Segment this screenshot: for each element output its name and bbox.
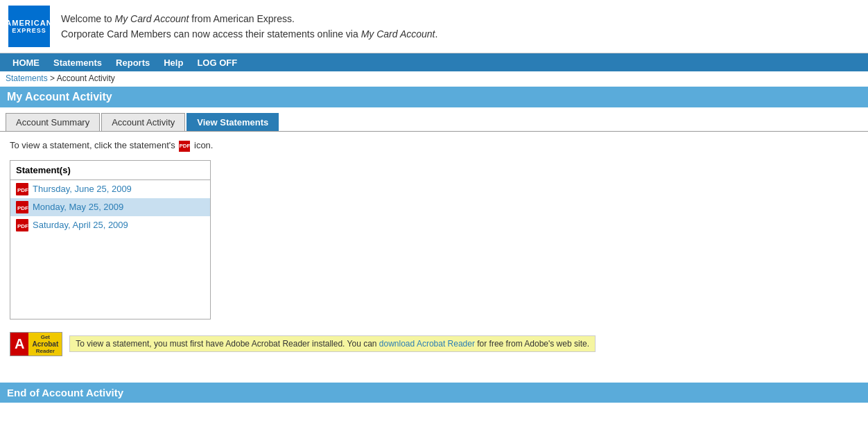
welcome-text: Welcome to My Card Account from American… (61, 13, 295, 24)
acrobat-footer: A Get Acrobat Reader To view a statement… (10, 328, 858, 360)
nav-home[interactable]: HOME (6, 55, 46, 71)
navbar: HOME Statements Reports Help LOG OFF (0, 53, 868, 71)
svg-text:PDF: PDF (17, 223, 28, 229)
statements-body: PDF Thursday, June 25, 2009 PDF Monday, … (10, 180, 210, 319)
statement-date: Saturday, April 25, 2009 (33, 220, 128, 230)
instruction-text: To view a statement, click the statement… (10, 140, 858, 152)
pdf-icon: PDF (16, 219, 28, 231)
adobe-a: A (10, 333, 28, 356)
pdf-icon: PDF (16, 201, 28, 213)
header: AMERICAN EXPRESS Welcome to My Card Acco… (0, 0, 868, 53)
statement-row[interactable]: PDF Thursday, June 25, 2009 (10, 180, 210, 198)
svg-text:PDF: PDF (17, 187, 28, 193)
nav-help[interactable]: Help (157, 55, 190, 71)
header-text: Welcome to My Card Account from American… (61, 11, 437, 42)
svg-text:PDF: PDF (17, 205, 28, 211)
brand-italic: My Card Account (115, 13, 189, 24)
breadcrumb-separator: > (50, 73, 57, 83)
reader-label: Reader (36, 348, 55, 354)
statement-row[interactable]: PDF Saturday, April 25, 2009 (10, 216, 210, 234)
tabs-container: Account Summary Account Activity View St… (0, 107, 868, 132)
statement-date: Thursday, June 25, 2009 (33, 184, 132, 194)
nav-statements[interactable]: Statements (46, 55, 109, 71)
pdf-icon: PDF (16, 183, 28, 195)
logo-line1: AMERICAN (6, 19, 52, 27)
instruction-after: icon. (194, 140, 213, 150)
acrobat-badge: A Get Acrobat Reader (10, 332, 62, 356)
main-content: To view a statement, click the statement… (0, 132, 868, 369)
page-title: My Account Activity (0, 87, 868, 107)
breadcrumb-parent[interactable]: Statements (6, 73, 48, 83)
statements-box: Statement(s) PDF Thursday, June 25, 2009… (10, 160, 211, 319)
acrobat-label: Acrobat (32, 340, 58, 348)
nav-logoff[interactable]: LOG OFF (190, 55, 244, 71)
end-bar: End of Account Activity (0, 383, 868, 403)
acrobat-text: To view a statement, you must first have… (69, 335, 596, 352)
breadcrumb-current: Account Activity (57, 73, 115, 83)
logo-line2: EXPRESS (12, 27, 46, 34)
subtext: Corporate Card Members can now access th… (61, 28, 437, 40)
acrobat-right: Get Acrobat Reader (28, 333, 62, 356)
breadcrumb: Statements > Account Activity (0, 71, 868, 85)
statement-date: Monday, May 25, 2009 (33, 202, 123, 212)
get-label: Get (41, 334, 50, 340)
statements-header: Statement(s) (10, 161, 210, 180)
nav-reports[interactable]: Reports (109, 55, 157, 71)
acrobat-download-link[interactable]: download Acrobat Reader (379, 339, 475, 349)
amex-logo: AMERICAN EXPRESS (8, 6, 50, 47)
tab-account-activity[interactable]: Account Activity (101, 113, 185, 131)
statement-row[interactable]: PDF Monday, May 25, 2009 (10, 198, 210, 216)
instruction-before: To view a statement, click the statement… (10, 140, 175, 150)
tab-view-statements[interactable]: View Statements (186, 113, 279, 131)
brand-italic-2: My Card Account (361, 28, 435, 40)
pdf-icon-inline: PDF (179, 141, 190, 152)
tab-account-summary[interactable]: Account Summary (6, 113, 100, 131)
